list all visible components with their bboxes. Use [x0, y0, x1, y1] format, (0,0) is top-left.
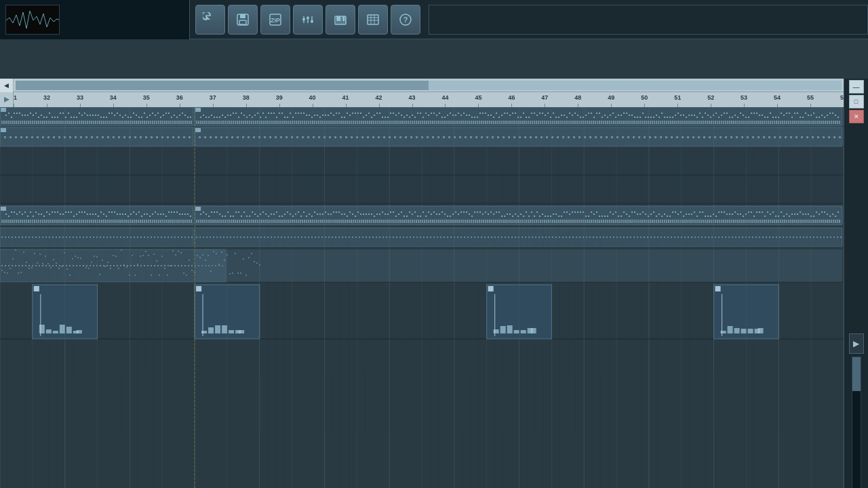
ruler-number: 41: [342, 94, 349, 101]
ruler-numbers[interactable]: 3132333435363738394041424344454647484950…: [14, 92, 844, 107]
ruler-number: 39: [276, 94, 283, 101]
ruler-number: 52: [707, 94, 714, 101]
piano-roll-button[interactable]: [326, 5, 355, 35]
ruler-number: 47: [541, 94, 548, 101]
waveform-display: [5, 5, 60, 35]
ruler-number: 43: [409, 94, 416, 101]
h-scrollbar[interactable]: ◀: [0, 79, 844, 92]
ruler-number: 34: [110, 94, 117, 101]
export-button[interactable]: ZIP: [260, 5, 290, 35]
main-area: ◀ 31323334353637383940414243444546474849…: [0, 39, 868, 488]
ruler-number: 37: [210, 94, 216, 101]
right-panel: — □ ✕ ▶: [844, 79, 868, 488]
tracks-area[interactable]: [0, 107, 844, 488]
ruler: 3132333435363738394041424344454647484950…: [0, 92, 844, 107]
cpu-monitor: [0, 0, 190, 39]
mixer-button[interactable]: [293, 5, 323, 35]
svg-marker-0: [206, 16, 210, 20]
svg-text:?: ?: [403, 16, 408, 24]
svg-rect-21: [368, 15, 378, 24]
save-button[interactable]: [228, 5, 258, 35]
v-scrollbar[interactable]: [852, 357, 861, 488]
svg-rect-9: [307, 17, 309, 19]
ruler-number: 54: [774, 94, 781, 101]
ruler-number: 38: [243, 94, 250, 101]
tracks-canvas: [0, 107, 844, 488]
scroll-thumb[interactable]: [429, 81, 842, 90]
scroll-track[interactable]: [16, 81, 842, 90]
svg-rect-2: [240, 14, 245, 18]
ruler-number: 49: [608, 94, 614, 101]
ruler-number: 45: [475, 94, 481, 101]
ruler-number: 48: [574, 94, 581, 101]
svg-rect-3: [239, 20, 246, 24]
play-button[interactable]: ▶: [849, 333, 864, 354]
patterns-button[interactable]: [358, 5, 388, 35]
v-scroll-thumb[interactable]: [852, 357, 861, 391]
scroll-left-btn[interactable]: ◀: [0, 79, 14, 92]
ruler-number: 56: [840, 94, 844, 101]
svg-marker-28: [4, 97, 9, 102]
svg-rect-18: [336, 16, 338, 21]
ruler-number: 42: [376, 94, 382, 101]
ruler-number: 32: [43, 94, 50, 101]
ruler-number: 46: [508, 94, 515, 101]
ruler-number: 55: [807, 94, 814, 101]
transport-bar: [429, 5, 868, 35]
undo-button[interactable]: [195, 5, 225, 35]
svg-rect-20: [342, 16, 344, 21]
ruler-number: 44: [441, 94, 448, 101]
ruler-number: 31: [14, 94, 17, 101]
close-button[interactable]: ✕: [849, 110, 864, 123]
svg-rect-11: [311, 20, 313, 22]
ruler-left: [0, 92, 14, 107]
top-bar: ZIP ?: [0, 0, 868, 39]
ruler-number: 53: [741, 94, 747, 101]
ruler-number: 36: [176, 94, 183, 101]
ruler-number: 50: [641, 94, 648, 101]
ruler-number: 51: [674, 94, 681, 101]
ruler-number: 35: [143, 94, 150, 101]
maximize-button[interactable]: □: [849, 95, 864, 108]
svg-rect-19: [338, 16, 340, 21]
minimize-button[interactable]: —: [849, 80, 864, 94]
help-button[interactable]: ?: [391, 5, 420, 35]
ruler-number: 33: [77, 94, 83, 101]
toolbar: ZIP ?: [190, 1, 426, 39]
ruler-number: 40: [309, 94, 316, 101]
svg-text:ZIP: ZIP: [271, 17, 280, 24]
svg-rect-7: [302, 18, 305, 20]
